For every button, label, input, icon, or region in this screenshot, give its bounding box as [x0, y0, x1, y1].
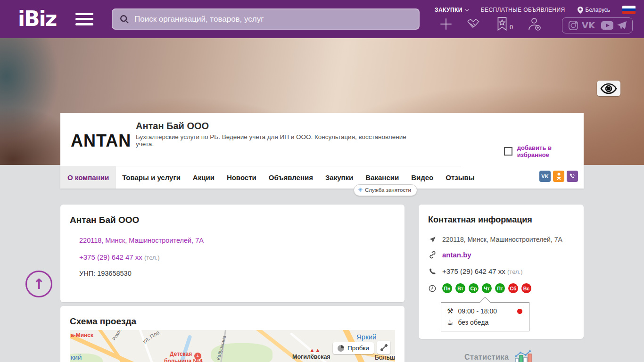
about-unp: УНП: 193658530	[79, 270, 132, 277]
employment-service-tooltip: ✳ Служба занятости	[354, 184, 417, 196]
tab-products[interactable]: Товары и услуги	[116, 166, 187, 189]
up-arrow-icon: ↑	[33, 276, 45, 292]
schedule-row: Пн Вт Ср Чт Пт Сб Вс	[428, 283, 531, 293]
instagram-icon[interactable]	[568, 20, 578, 31]
day-badge-sat[interactable]: Сб	[508, 283, 518, 293]
accessibility-eye-button[interactable]	[597, 81, 620, 96]
map-label-street: ул. Пле	[141, 330, 160, 344]
search-input[interactable]	[134, 15, 398, 24]
tab-about[interactable]: О компании	[60, 166, 116, 189]
closed-now-indicator	[517, 309, 522, 314]
eye-icon	[600, 83, 617, 94]
handshake-icon[interactable]	[467, 17, 482, 31]
day-badge-mon[interactable]: Пн	[442, 283, 452, 293]
day-badge-thu[interactable]: Чт	[482, 283, 492, 293]
map-expand-button[interactable]	[377, 341, 390, 354]
day-badge-sun[interactable]: Вс	[521, 283, 531, 293]
day-badge-tue[interactable]: Вт	[455, 283, 465, 293]
scroll-to-top-button[interactable]: ↑	[25, 271, 52, 297]
about-title: Антан Бай ООО	[70, 215, 139, 225]
header-action-icons: 0	[439, 17, 541, 31]
hamburger-menu-icon[interactable]	[75, 13, 93, 26]
language-flag-ru[interactable]	[622, 6, 636, 14]
contact-title: Контактная информация	[428, 215, 532, 225]
bookmark-favorites-icon[interactable]	[496, 17, 508, 31]
company-logo: ANTAN	[71, 131, 131, 151]
tooltip-arrow	[480, 297, 491, 308]
contact-phone-link[interactable]: +375 (29) 642 47 xx (тел.)	[442, 267, 522, 275]
vk-icon[interactable]: VK	[582, 21, 598, 30]
tab-ads[interactable]: Объявления	[263, 166, 319, 189]
contact-address-row: 220118, Минск, Машиностроителей, 7А	[428, 236, 562, 243]
day-badge-wed[interactable]: Ср	[469, 283, 479, 293]
about-address-link[interactable]: 220118, Минск, Машиностроителей, 7А	[79, 237, 204, 244]
add-plus-icon[interactable]	[439, 17, 453, 31]
tab-reviews[interactable]: Отзывы	[439, 166, 480, 189]
svg-text:VK: VK	[582, 21, 595, 30]
contact-phone-row: +375 (29) 642 47 xx (тел.)	[428, 267, 522, 275]
navigation-arrow-icon	[429, 236, 436, 243]
website-link[interactable]: antan.by	[442, 251, 471, 259]
weekday-badges: Пн Вт Ср Чт Пт Сб Вс	[442, 283, 531, 293]
vk-share-icon[interactable]: VK	[539, 171, 551, 182]
phone-icon	[429, 268, 436, 275]
tab-purchases[interactable]: Закупки	[319, 166, 359, 189]
hospital-cross-icon: +	[194, 353, 201, 360]
tab-news[interactable]: Новости	[221, 166, 263, 189]
statistics-link[interactable]: Статистика	[464, 350, 534, 362]
phone-type-label: (тел.)	[144, 254, 159, 261]
about-phone-link[interactable]: +375 (29) 642 47 xx (тел.)	[79, 253, 159, 261]
add-to-favorites[interactable]: добавить в избранное	[504, 144, 584, 158]
zakupki-menu[interactable]: ЗАКУПКИ	[435, 7, 469, 13]
site-logo[interactable]: iBiz	[18, 7, 56, 31]
map-label-district: Больш	[375, 354, 395, 361]
company-description: Бухгалтерские услуги по РБ. Ведение учет…	[136, 133, 419, 148]
expand-arrows-icon	[380, 344, 388, 351]
clock-icon	[429, 285, 436, 292]
work-tools-icon: ⚒	[447, 307, 453, 315]
map-label-hospital: Детская	[170, 351, 192, 357]
traffic-icon	[338, 345, 344, 352]
youtube-icon[interactable]	[601, 21, 613, 30]
working-hours-tooltip: ⚒ 09:00 - 18:00 ☕ без обеда	[441, 302, 529, 331]
ok-share-icon[interactable]	[553, 171, 564, 182]
traffic-toggle-button[interactable]: Пробки	[333, 342, 374, 354]
map-label-district: Яркий	[356, 333, 377, 341]
location-pin-icon	[578, 7, 583, 14]
top-nav: ЗАКУПКИ БЕСПЛАТНЫЕ ОБЪЯВЛЕНИЯ Беларусь	[435, 6, 636, 14]
metro-icon: ▲▲	[309, 347, 321, 354]
favorites-count: 0	[510, 24, 513, 31]
top-header: iBiz ЗАКУПКИ БЕСПЛАТНЫЕ ОБЪЯВЛЕНИЯ Белар…	[0, 0, 644, 38]
map-label-city: а-Минск	[71, 332, 93, 338]
search-bar[interactable]	[112, 8, 420, 30]
company-header-card: ANTAN Антан Бай ООО Бухгалтерские услуги…	[60, 113, 584, 189]
search-icon	[119, 14, 130, 25]
map-label-district: кий	[71, 353, 82, 361]
coffee-cup-icon: ☕	[447, 318, 453, 327]
hours-row: ⚒ 09:00 - 18:00	[447, 307, 523, 315]
tab-promos[interactable]: Акции	[187, 166, 221, 189]
map-label-street: Рокоссовского	[111, 330, 132, 341]
map-title: Схема проезда	[70, 316, 136, 327]
favorite-checkbox[interactable]	[504, 147, 512, 156]
route-map[interactable]: а-Минск ул. Пле Рокоссовского Кабушкина …	[70, 330, 395, 362]
header-social-links: VK	[562, 17, 633, 33]
free-ads-link[interactable]: БЕСПЛАТНЫЕ ОБЪЯВЛЕНИЯ	[481, 7, 565, 13]
contact-website-row: antan.by	[428, 251, 471, 259]
statistics-chart-icon	[514, 350, 534, 362]
chevron-down-icon	[464, 7, 469, 12]
employment-service-icon: ✳	[358, 187, 363, 193]
map-label-metro-station: Могилёвская	[292, 354, 330, 360]
telegram-icon[interactable]	[617, 21, 627, 30]
lunch-row: ☕ без обеда	[447, 318, 523, 327]
map-card: Схема проезда а-Минск ул. Пле Рокоссовск…	[60, 306, 405, 362]
region-selector[interactable]: Беларусь	[578, 7, 610, 14]
day-badge-fri[interactable]: Пт	[495, 283, 505, 293]
favorite-label: добавить в избранное	[517, 144, 584, 158]
contact-info-card: Контактная информация 220118, Минск, Маш…	[419, 205, 584, 339]
company-name: Антан Бай ООО	[136, 121, 209, 132]
viber-icon[interactable]	[567, 171, 578, 182]
user-register-icon[interactable]	[527, 17, 541, 31]
phone-type-label: (тел.)	[507, 268, 522, 275]
company-social-links: VK	[539, 171, 578, 182]
